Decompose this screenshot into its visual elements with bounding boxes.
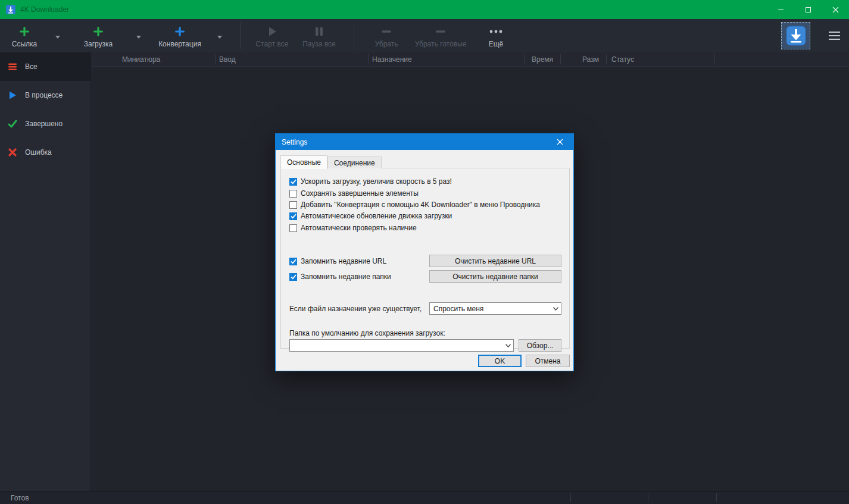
download-dropdown-arrow[interactable] xyxy=(133,32,144,42)
checkbox-icon xyxy=(289,224,297,232)
chevron-down-icon xyxy=(551,303,561,314)
minus-icon xyxy=(380,24,392,39)
add-download-button[interactable]: Загрузка xyxy=(76,21,120,51)
chevron-down-icon xyxy=(55,36,60,39)
checkbox-icon xyxy=(289,258,297,265)
remove-finished-label: Убрать готовые xyxy=(415,40,467,48)
dialog-tabs: Основные Соединение xyxy=(280,155,382,168)
maximize-button[interactable] xyxy=(794,0,822,19)
column-status[interactable]: Статус xyxy=(611,55,634,64)
default-folder-label: Папка по умолчанию для сохранения загруз… xyxy=(289,328,445,338)
settings-dialog: Settings Основные Соединение Ускорить за… xyxy=(275,133,574,371)
screen: { "titlebar": { "title": "4K Downloader"… xyxy=(0,0,849,504)
close-icon xyxy=(832,7,839,13)
tab-connection[interactable]: Соединение xyxy=(327,156,382,168)
checkbox-label: Автоматическое обновление движка загрузк… xyxy=(301,212,452,220)
browse-button[interactable]: Обзор... xyxy=(519,339,561,352)
link-dropdown-arrow[interactable] xyxy=(52,32,63,42)
maximize-icon xyxy=(805,7,811,13)
checkbox-icon xyxy=(289,178,297,186)
checkbox-label: Сохранять завершенные элементы xyxy=(301,189,419,198)
checkbox-label: Добавить "Конвертация с помощью 4K Downl… xyxy=(301,201,540,209)
convert-label: Конвертация xyxy=(158,40,201,48)
status-text: Готов xyxy=(11,494,29,502)
clear-recent-urls-button[interactable]: Очистить недавние URL xyxy=(429,255,561,267)
overwrite-value: Спросить меня xyxy=(433,305,483,313)
column-input[interactable]: Ввод xyxy=(219,55,236,64)
checkbox-label: Запомнить недавние папки xyxy=(301,273,391,281)
sidebar-item-label: В процессе xyxy=(25,91,63,99)
column-time[interactable]: Время xyxy=(532,55,553,64)
add-link-button[interactable]: Ссылка xyxy=(2,21,46,51)
more-label: Ещё xyxy=(489,40,504,48)
plus-icon xyxy=(174,24,186,39)
checkbox-auto-update-engine[interactable]: Автоматическое обновление движка загрузк… xyxy=(289,211,452,221)
convert-dropdown-arrow[interactable] xyxy=(214,32,225,42)
dialog-close-button[interactable] xyxy=(547,134,573,150)
checkbox-remember-folders[interactable]: Запомнить недавние папки xyxy=(289,272,391,281)
menu-button[interactable] xyxy=(823,27,845,44)
checkbox-accelerate[interactable]: Ускорить загрузку, увеличив скорость в 5… xyxy=(289,177,452,186)
downloader-app-button[interactable] xyxy=(781,22,810,49)
column-size[interactable]: Разм xyxy=(582,55,599,64)
column-destination[interactable]: Назначение xyxy=(372,55,412,64)
app-icon xyxy=(6,5,15,14)
minus-icon xyxy=(435,24,447,39)
checkbox-label: Автоматически проверять наличие xyxy=(301,224,417,232)
sidebar-item-label: Ошибка xyxy=(25,148,52,156)
close-button[interactable] xyxy=(822,0,849,19)
plus-icon xyxy=(92,24,104,39)
convert-button[interactable]: Конвертация xyxy=(152,21,207,51)
toolbar-separator xyxy=(240,23,241,49)
cancel-button[interactable]: Отмена xyxy=(526,355,570,367)
remove-finished-button[interactable]: Убрать готовые xyxy=(411,21,470,51)
remove-label: Убрать xyxy=(374,40,398,48)
tab-page-general: Ускорить загрузку, увеличив скорость в 5… xyxy=(280,168,570,349)
pause-icon xyxy=(313,24,325,39)
window-controls xyxy=(767,0,849,19)
checkbox-keep-completed[interactable]: Сохранять завершенные элементы xyxy=(289,189,419,198)
checkbox-icon xyxy=(289,201,297,209)
statusbar: Готов xyxy=(0,491,849,504)
toolbar-separator xyxy=(354,23,354,49)
tab-general[interactable]: Основные xyxy=(280,155,327,169)
default-folder-combobox[interactable] xyxy=(289,339,514,352)
chevron-down-icon xyxy=(217,36,222,39)
overwrite-select[interactable]: Спросить меня xyxy=(429,302,561,315)
dialog-title: Settings xyxy=(282,138,307,146)
column-thumbnail[interactable]: Миниатюра xyxy=(122,55,160,64)
add-link-label: Ссылка xyxy=(12,40,37,48)
clear-recent-folders-button[interactable]: Очистить недавние папки xyxy=(429,270,561,283)
sidebar-item-label: Завершено xyxy=(25,120,63,128)
start-all-label: Старт все xyxy=(256,40,289,48)
remove-button[interactable]: Убрать xyxy=(362,21,411,51)
error-icon xyxy=(8,148,17,157)
ok-button[interactable]: OK xyxy=(478,355,522,367)
play-icon xyxy=(8,90,17,100)
sidebar: Все В процессе Завершено Ошибка xyxy=(0,52,91,491)
toolbar: Ссылка Загрузка Конвертация Старт все Па… xyxy=(0,19,849,52)
button-label: Обзор... xyxy=(527,342,554,350)
checkbox-explorer-context-menu[interactable]: Добавить "Конвертация с помощью 4K Downl… xyxy=(289,200,540,209)
minimize-button[interactable] xyxy=(767,0,794,19)
sidebar-item-completed[interactable]: Завершено xyxy=(0,109,90,138)
titlebar: 4K Downloader xyxy=(0,0,849,19)
sidebar-item-all[interactable]: Все xyxy=(0,52,90,81)
minimize-icon xyxy=(778,7,784,13)
ellipsis-icon xyxy=(488,24,504,39)
sidebar-item-in-progress[interactable]: В процессе xyxy=(0,81,90,109)
checkbox-label: Ускорить загрузку, увеличив скорость в 5… xyxy=(301,177,452,186)
download-icon xyxy=(786,26,806,46)
check-icon xyxy=(8,119,17,129)
start-all-button[interactable]: Старт все xyxy=(248,21,296,51)
pause-all-button[interactable]: Пауза все xyxy=(295,21,343,51)
sidebar-item-error[interactable]: Ошибка xyxy=(0,138,90,167)
checkbox-icon xyxy=(289,212,297,220)
add-download-label: Загрузка xyxy=(84,40,113,48)
checkbox-auto-check[interactable]: Автоматически проверять наличие xyxy=(289,223,417,233)
more-button[interactable]: Ещё xyxy=(476,21,516,51)
checkbox-remember-urls[interactable]: Запомнить недавние URL xyxy=(289,256,386,266)
pause-all-label: Пауза все xyxy=(302,40,336,48)
button-label: Очистить недавние URL xyxy=(455,257,536,265)
button-label: OK xyxy=(495,357,505,365)
